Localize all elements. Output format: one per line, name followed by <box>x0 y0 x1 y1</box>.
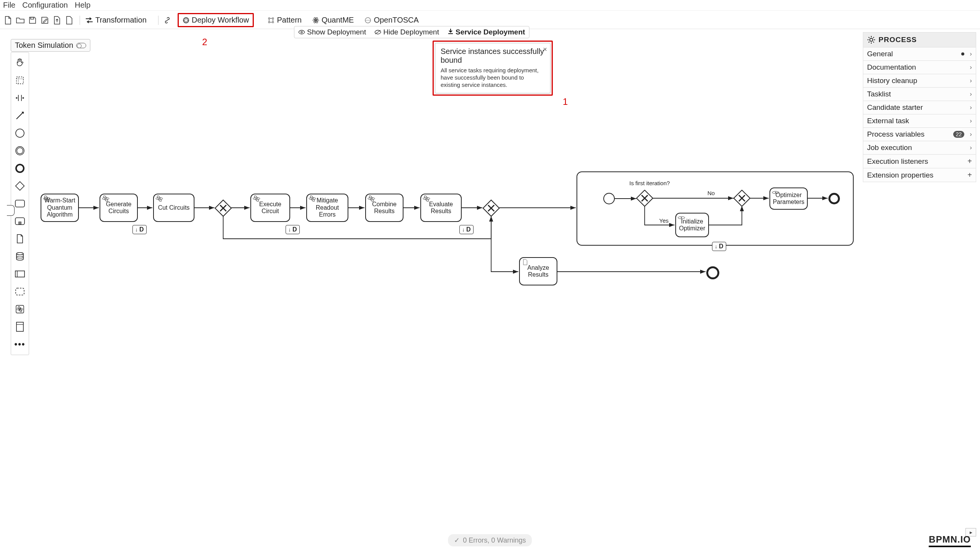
transformation-button[interactable]: Transformation <box>83 14 149 26</box>
deploy-icon <box>448 28 454 36</box>
notification-title: Service instances successfully bound <box>441 47 545 65</box>
prop-row-external[interactable]: External task › <box>863 114 976 127</box>
lasso-tool-icon[interactable] <box>12 73 28 88</box>
gateway-2[interactable] <box>482 199 500 217</box>
gateway-merge[interactable] <box>733 190 750 207</box>
deployment-badge-eval[interactable]: ↓D <box>459 225 474 234</box>
status-bar[interactable]: ✓ 0 Errors, 0 Warnings <box>448 534 532 546</box>
token-simulation-toggle[interactable]: Token Simulation <box>11 39 90 52</box>
link-icon-button[interactable] <box>162 15 175 25</box>
label-yes: Yes <box>659 217 668 224</box>
pattern-button[interactable]: Pattern <box>265 14 304 26</box>
task-mitigate-errors[interactable]: Mitigate Readout Errors <box>306 194 348 222</box>
plus-icon[interactable]: + <box>967 157 972 166</box>
menu-file[interactable]: File <box>3 1 15 10</box>
save-icon[interactable] <box>28 15 38 25</box>
annotation-box-1: × Service instances successfully bound A… <box>433 41 553 96</box>
show-deployment-button[interactable]: Show Deployment <box>297 27 368 37</box>
end-event-analyze[interactable] <box>706 266 719 279</box>
pool-icon[interactable] <box>12 266 28 282</box>
opentosca-button[interactable]: OpenTOSCA <box>362 14 421 26</box>
data-object-icon[interactable] <box>12 231 28 246</box>
bpmn-io-logo[interactable]: BPMN.IO <box>929 534 971 547</box>
more-tools-icon[interactable]: ••• <box>12 337 28 352</box>
subprocess-end-event[interactable] <box>828 193 840 204</box>
task-combine-results[interactable]: Combine Results <box>365 194 403 222</box>
close-icon[interactable]: × <box>543 46 547 54</box>
task-warm-start[interactable]: Warm-Start Quantum Algorithm <box>41 194 79 222</box>
gateway-icon[interactable] <box>12 178 28 194</box>
menu-bar: File Configuration Help <box>0 0 980 11</box>
chevron-right-icon: › <box>970 117 972 125</box>
svg-point-57 <box>681 217 682 218</box>
hide-deployment-button[interactable]: Hide Deployment <box>373 27 441 37</box>
task-execute-circuit[interactable]: Execute Circuit <box>250 194 290 222</box>
deployment-badge-exec[interactable]: ↓D <box>286 225 300 234</box>
group-icon[interactable] <box>12 284 28 299</box>
connect-tool-icon[interactable] <box>12 108 28 123</box>
svg-point-16 <box>17 148 23 154</box>
modified-dot-icon <box>961 52 964 55</box>
participant-icon[interactable] <box>12 319 28 334</box>
prop-row-jobexec[interactable]: Job execution › <box>863 141 976 154</box>
prop-row-execlisteners[interactable]: Execution listeners + <box>863 154 976 168</box>
task-initialize-optimizer[interactable]: Initialize Optimizer <box>675 213 709 237</box>
start-event-icon[interactable] <box>12 126 28 141</box>
prop-row-documentation[interactable]: Documentation › <box>863 60 976 74</box>
properties-panel-header: PROCESS <box>863 33 976 47</box>
quantme-button[interactable]: QuantME <box>310 14 356 26</box>
quantum-marker-icon <box>367 196 376 202</box>
upload-icon[interactable] <box>52 15 62 25</box>
menu-help[interactable]: Help <box>75 1 90 10</box>
prop-row-history[interactable]: History cleanup › <box>863 74 976 87</box>
subprocess-optimizer[interactable] <box>577 171 854 246</box>
prop-row-tasklist[interactable]: Tasklist › <box>863 87 976 101</box>
prop-row-processvars[interactable]: Process variables 22› <box>863 127 976 141</box>
quantum-marker-icon <box>252 196 261 202</box>
intermediate-event-icon[interactable] <box>12 143 28 158</box>
deployment-badge-gen[interactable]: ↓D <box>132 225 147 234</box>
eye-icon <box>298 28 305 36</box>
save-edit-icon[interactable] <box>40 15 50 25</box>
annotation-2: 2 <box>202 37 207 47</box>
task-icon[interactable] <box>12 196 28 211</box>
task-cut-circuits[interactable]: Cut Circuits <box>153 194 194 222</box>
label-isfirst: Is first iteration? <box>629 180 670 186</box>
quantum-marker-icon <box>155 196 163 202</box>
collapsed-lane-indicator[interactable] <box>7 205 15 216</box>
hand-tool-icon[interactable] <box>12 55 28 70</box>
quantum-marker-icon <box>771 189 780 196</box>
gateway-1[interactable] <box>214 199 232 217</box>
gateway-isfirst[interactable] <box>636 190 653 207</box>
document-icon[interactable] <box>64 15 74 25</box>
task-generate-circuits[interactable]: Generate Circuits <box>100 194 138 222</box>
prop-row-general[interactable]: General › <box>863 47 976 60</box>
quantum-element-icon[interactable] <box>12 302 28 317</box>
prop-row-candidate[interactable]: Candidate starter › <box>863 101 976 114</box>
svg-point-53 <box>426 198 427 199</box>
deploy-workflow-button[interactable]: Deploy Workflow <box>178 13 254 27</box>
task-optimizer-params[interactable]: Optimizer Parameters <box>769 187 808 210</box>
data-store-icon[interactable] <box>12 249 28 264</box>
subprocess-start-event[interactable] <box>603 193 615 204</box>
svg-point-40 <box>159 198 160 199</box>
toolbar-separator-2 <box>158 16 158 25</box>
menu-configuration[interactable]: Configuration <box>22 1 68 10</box>
quantum-marker-icon <box>308 196 317 202</box>
space-tool-icon[interactable] <box>12 90 28 106</box>
svg-point-22 <box>16 253 23 255</box>
notification-toast: × Service instances successfully bound A… <box>435 43 550 93</box>
new-file-icon[interactable] <box>3 15 13 25</box>
plus-icon[interactable]: + <box>967 171 972 179</box>
service-deployment-button[interactable]: Service Deployment <box>446 27 527 37</box>
prop-row-extprops[interactable]: Extension properties + <box>863 168 976 182</box>
open-folder-icon[interactable] <box>15 15 25 25</box>
chevron-right-icon: › <box>970 130 972 138</box>
deployment-badge-subprocess[interactable]: ↓D <box>712 242 726 251</box>
svg-point-11 <box>301 31 302 33</box>
subprocess-icon[interactable] <box>12 214 28 229</box>
task-evaluate-results[interactable]: Evaluate Results <box>420 194 462 222</box>
eye-off-icon <box>374 28 381 36</box>
end-event-icon[interactable] <box>12 161 28 176</box>
task-analyze-results[interactable]: Analyze Results <box>519 257 557 285</box>
